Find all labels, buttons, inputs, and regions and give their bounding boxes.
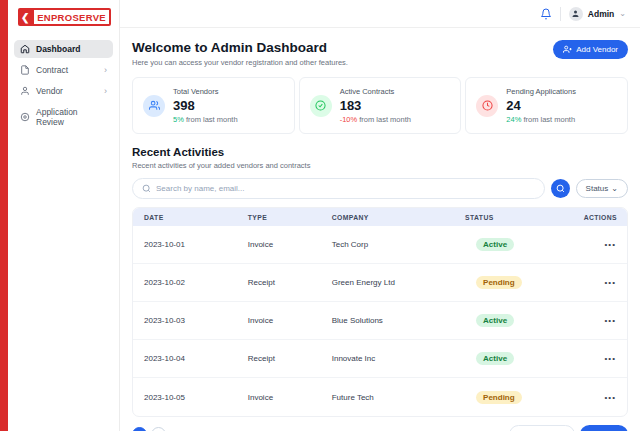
user-name: Admin <box>588 9 614 19</box>
sidebar-item-label: Vendor <box>36 86 63 96</box>
table-row: 2023-10-03 Invoice Blue Solutions Active… <box>133 302 627 340</box>
eye-icon <box>20 112 30 122</box>
table-row: 2023-10-02 Receipt Green Energy Ltd Pend… <box>133 264 627 302</box>
stat-value: 183 <box>340 98 411 113</box>
page-subtitle: Here you can access your vendor registra… <box>132 58 348 67</box>
brand-arrow-icon: ❮ <box>18 8 32 26</box>
status-badge: Active <box>476 238 514 251</box>
user-plus-icon <box>563 45 572 54</box>
notification-bell-icon[interactable] <box>540 8 552 20</box>
sidebar-item-contract[interactable]: Contract › <box>14 61 113 79</box>
status-badge: Active <box>476 314 514 327</box>
search-icon <box>142 184 151 193</box>
cell-type: Invoice <box>237 316 321 325</box>
brand-logo: ❮ ENPROSERVE <box>18 8 111 26</box>
stat-delta-pct: 24% <box>506 115 521 124</box>
col-type: TYPE <box>237 214 321 221</box>
stat-delta: 5% from last month <box>173 115 238 124</box>
stat-label: Total Vendors <box>173 87 238 96</box>
user-icon <box>20 86 30 96</box>
table-row: 2023-10-04 Receipt Innovate Inc Active •… <box>133 340 627 378</box>
col-actions: ACTIONS <box>573 214 627 221</box>
search-box <box>132 178 545 199</box>
cell-date: 2023-10-01 <box>133 240 237 249</box>
app-root: ❮ ENPROSERVE Dashboard Contract › <box>0 0 640 431</box>
vendors-people-icon <box>143 95 165 117</box>
stat-label: Pending Applications <box>506 87 576 96</box>
cell-company: Blue Solutions <box>321 316 454 325</box>
cell-type: Invoice <box>237 393 321 402</box>
previous-button[interactable]: ← Previous <box>509 425 574 431</box>
activities-table: DATE TYPE COMPANY STATUS ACTIONS 2023-10… <box>132 207 628 417</box>
page-numbers: 1 2 <box>132 427 166 431</box>
search-button[interactable] <box>551 179 570 198</box>
cell-type: Invoice <box>237 240 321 249</box>
stat-delta-suffix: from last month <box>521 115 575 124</box>
page-title: Welcome to Admin Dashboard <box>132 40 348 55</box>
sidebar-item-dashboard[interactable]: Dashboard <box>14 40 113 58</box>
status-badge: Active <box>476 352 514 365</box>
brand-name: ENPROSERVE <box>32 8 111 26</box>
table-row: 2023-10-01 Invoice Tech Corp Active ••• <box>133 226 627 264</box>
sidebar-menu: Dashboard Contract › Vendor › A <box>14 40 113 131</box>
stat-value: 398 <box>173 98 238 113</box>
recent-activities-subtitle: Recent activities of your added vendors … <box>132 161 628 170</box>
more-actions-icon[interactable]: ••• <box>573 240 627 249</box>
content: Welcome to Admin Dashboard Here you can … <box>120 28 640 431</box>
search-input[interactable] <box>156 184 535 193</box>
more-actions-icon[interactable]: ••• <box>573 354 627 363</box>
pager-buttons: ← Previous Next → <box>509 425 628 431</box>
stat-label: Active Contracts <box>340 87 411 96</box>
stat-value: 24 <box>506 98 576 113</box>
col-company: COMPANY <box>321 214 454 221</box>
sidebar: ❮ ENPROSERVE Dashboard Contract › <box>8 0 120 431</box>
cell-type: Receipt <box>237 354 321 363</box>
more-actions-icon[interactable]: ••• <box>573 393 627 402</box>
status-badge: Pending <box>476 276 522 289</box>
more-actions-icon[interactable]: ••• <box>573 316 627 325</box>
page-button-2[interactable]: 2 <box>151 427 166 431</box>
cell-date: 2023-10-02 <box>133 278 237 287</box>
chevron-right-icon: › <box>104 86 107 96</box>
add-vendor-button[interactable]: Add Vendor <box>553 40 628 59</box>
stat-card-total-vendors: Total Vendors 398 5% from last month <box>132 77 295 134</box>
search-row: Status ⌄ <box>132 178 628 199</box>
check-circle-icon <box>310 95 332 117</box>
stat-card-pending-applications: Pending Applications 24 24% from last mo… <box>465 77 628 134</box>
next-button[interactable]: Next → <box>580 425 628 431</box>
stat-delta-suffix: from last month <box>357 115 411 124</box>
topbar-divider <box>560 7 561 21</box>
sidebar-item-label: Contract <box>36 65 68 75</box>
table-header: DATE TYPE COMPANY STATUS ACTIONS <box>133 208 627 226</box>
cell-company: Future Tech <box>321 393 454 402</box>
add-vendor-label: Add Vendor <box>576 45 618 54</box>
stat-delta: -10% from last month <box>340 115 411 124</box>
stat-cards: Total Vendors 398 5% from last month Act… <box>132 77 628 134</box>
sidebar-item-application-review[interactable]: Application Review <box>14 103 113 131</box>
cell-date: 2023-10-04 <box>133 354 237 363</box>
status-filter-label: Status <box>586 184 609 193</box>
recent-activities-title: Recent Activities <box>132 146 628 158</box>
stat-delta-pct: -10% <box>340 115 358 124</box>
avatar <box>569 7 583 21</box>
more-actions-icon[interactable]: ••• <box>573 278 627 287</box>
main-area: Admin ⌄ Welcome to Admin Dashboard Here … <box>120 0 640 431</box>
sidebar-item-label: Dashboard <box>36 44 80 54</box>
status-filter-dropdown[interactable]: Status ⌄ <box>576 179 628 198</box>
cell-date: 2023-10-05 <box>133 393 237 402</box>
cell-company: Tech Corp <box>321 240 454 249</box>
welcome-section: Welcome to Admin Dashboard Here you can … <box>132 40 628 67</box>
status-badge: Pending <box>476 391 522 404</box>
sidebar-item-label: Application Review <box>36 107 107 127</box>
stat-delta-pct: 5% <box>173 115 184 124</box>
stat-delta-suffix: from last month <box>184 115 238 124</box>
search-icon <box>556 184 565 193</box>
cell-company: Green Energy Ltd <box>321 278 454 287</box>
user-menu[interactable]: Admin ⌄ <box>569 7 626 21</box>
document-icon <box>20 65 30 75</box>
page-button-1[interactable]: 1 <box>132 427 147 431</box>
cell-date: 2023-10-03 <box>133 316 237 325</box>
sidebar-item-vendor[interactable]: Vendor › <box>14 82 113 100</box>
cell-company: Innovate Inc <box>321 354 454 363</box>
clock-icon <box>476 95 498 117</box>
